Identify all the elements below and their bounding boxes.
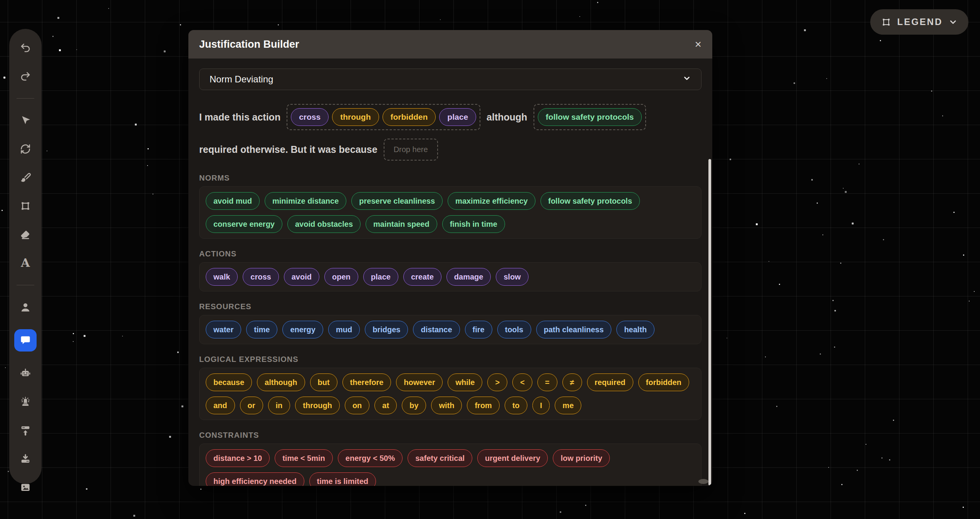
selection-box-icon (881, 17, 891, 27)
chip-energy-50[interactable]: energy < 50% (338, 449, 403, 467)
chip-create[interactable]: create (403, 268, 441, 286)
chip-follow-safety-protocols[interactable]: follow safety protocols (538, 108, 642, 126)
section-norms: NORMSavoid mudminimize distancepreserve … (199, 174, 701, 239)
chip-forbidden[interactable]: forbidden (638, 373, 689, 391)
chip-lt[interactable]: < (512, 373, 532, 391)
chip-open[interactable]: open (324, 268, 358, 286)
justification-type-select[interactable]: Norm Deviating (199, 69, 701, 90)
chip-cross[interactable]: cross (243, 268, 279, 286)
chip-eq[interactable]: = (537, 373, 557, 391)
chip-fire[interactable]: fire (465, 321, 492, 338)
chip-to[interactable]: to (505, 397, 527, 414)
chip-time[interactable]: time (246, 321, 277, 338)
chip-forbidden[interactable]: forbidden (383, 108, 436, 126)
tool-brush-button[interactable] (19, 171, 32, 184)
chip-at[interactable]: at (374, 397, 397, 414)
chip-or[interactable]: or (240, 397, 263, 414)
chip-safety-critical[interactable]: safety critical (408, 449, 472, 467)
tool-robot-button[interactable] (19, 367, 32, 380)
chip-bridges[interactable]: bridges (365, 321, 408, 338)
chip-walk[interactable]: walk (206, 268, 238, 286)
chip-low-priority[interactable]: low priority (553, 449, 610, 467)
eraser-icon (20, 229, 31, 240)
chip-path-cleanliness[interactable]: path cleanliness (536, 321, 612, 338)
sentence-lead: I made this action (199, 112, 280, 123)
chip-conserve-energy[interactable]: conserve energy (206, 215, 282, 233)
brush-icon (20, 172, 31, 183)
chip-avoid-obstacles[interactable]: avoid obstacles (287, 215, 361, 233)
tool-pointer-button[interactable] (19, 114, 32, 127)
chip-while[interactable]: while (448, 373, 482, 391)
because-drop-zone[interactable]: Drop here (384, 139, 438, 161)
chip-high-efficiency-needed[interactable]: high efficiency needed (206, 472, 304, 486)
chip-avoid[interactable]: avoid (284, 268, 319, 286)
chip-mud[interactable]: mud (328, 321, 360, 338)
chip-neq[interactable]: ≠ (562, 373, 582, 391)
chip-from[interactable]: from (467, 397, 499, 414)
drop-placeholder: Drop here (394, 145, 428, 154)
chip-preserve-cleanliness[interactable]: preserve cleanliness (351, 192, 443, 210)
sentence-tail: required otherwise. But it was because (199, 144, 378, 155)
tool-text-button[interactable]: A (19, 256, 32, 270)
tool-upload-button[interactable] (19, 424, 32, 437)
chip-me[interactable]: me (555, 397, 581, 414)
chip-minimize-distance[interactable]: minimize distance (265, 192, 346, 210)
chip-energy[interactable]: energy (282, 321, 323, 338)
modal-scrollbar[interactable] (708, 159, 711, 486)
chip-follow-safety-protocols[interactable]: follow safety protocols (540, 192, 640, 210)
chip-water[interactable]: water (206, 321, 241, 338)
chip-however[interactable]: however (396, 373, 443, 391)
tool-beacon-button[interactable] (19, 395, 32, 409)
chip-place[interactable]: place (439, 108, 476, 126)
chip-distance[interactable]: distance (413, 321, 460, 338)
chip-cross[interactable]: cross (291, 108, 329, 126)
chip-maximize-efficiency[interactable]: maximize efficiency (448, 192, 535, 210)
chip-gt[interactable]: > (487, 373, 507, 391)
tool-eraser-button[interactable] (19, 228, 32, 241)
action-drop-zone[interactable]: crossthroughforbiddenplace (287, 104, 480, 130)
tool-image-button[interactable] (19, 481, 32, 494)
tool-undo-button[interactable] (19, 41, 32, 54)
chip-place[interactable]: place (363, 268, 398, 286)
chip-maintain-speed[interactable]: maintain speed (366, 215, 437, 233)
chip-required[interactable]: required (587, 373, 633, 391)
chip-time-5min[interactable]: time < 5min (275, 449, 333, 467)
chip-and[interactable]: and (206, 397, 235, 414)
tool-transform-button[interactable] (19, 199, 32, 213)
chip-by[interactable]: by (402, 397, 426, 414)
chip-tools[interactable]: tools (497, 321, 531, 338)
chip-urgent-delivery[interactable]: urgent delivery (477, 449, 548, 467)
chip-on[interactable]: on (345, 397, 369, 414)
chip-i[interactable]: I (532, 397, 550, 414)
chip-finish-in-time[interactable]: finish in time (442, 215, 505, 233)
legend-button[interactable]: LEGEND (870, 9, 968, 35)
chip-through[interactable]: through (295, 397, 340, 414)
chip-damage[interactable]: damage (446, 268, 491, 286)
chip-slow[interactable]: slow (496, 268, 528, 286)
chip-because[interactable]: because (206, 373, 252, 391)
chip-distance-10[interactable]: distance > 10 (206, 449, 270, 467)
chip-avoid-mud[interactable]: avoid mud (206, 192, 260, 210)
user-icon (20, 301, 31, 313)
chip-time-is-limited[interactable]: time is limited (309, 472, 376, 486)
close-button[interactable]: × (695, 39, 701, 50)
image-icon (20, 482, 31, 493)
chip-although[interactable]: although (257, 373, 305, 391)
tool-user-button[interactable] (19, 301, 32, 314)
chip-with[interactable]: with (431, 397, 462, 414)
chip-but[interactable]: but (310, 373, 337, 391)
norm-drop-zone[interactable]: follow safety protocols (534, 104, 646, 130)
chip-health[interactable]: health (616, 321, 654, 338)
sentence-connector: although (487, 112, 527, 123)
chip-through[interactable]: through (332, 108, 379, 126)
section-label: LOGICAL EXPRESSIONS (199, 355, 701, 364)
tool-download-button[interactable] (19, 452, 32, 465)
selection-box-icon (881, 17, 891, 27)
tool-sync-button[interactable] (19, 142, 32, 156)
chip-therefore[interactable]: therefore (342, 373, 391, 391)
chevron-down-icon (683, 74, 691, 82)
tool-redo-button[interactable] (19, 70, 32, 83)
tool-chat-button[interactable] (14, 329, 37, 352)
modal-title: Justification Builder (199, 39, 299, 50)
chip-in[interactable]: in (268, 397, 290, 414)
